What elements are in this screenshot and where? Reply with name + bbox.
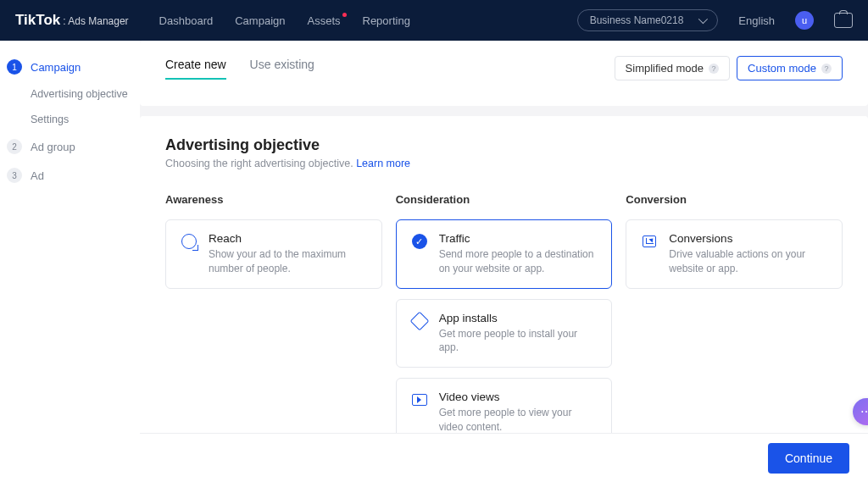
business-account-selector[interactable]: Business Name0218: [577, 9, 719, 31]
objective-reach[interactable]: Reach Show your ad to the maximum number…: [165, 219, 382, 289]
objective-columns: Awareness Reach Show your ad to the maxi…: [165, 193, 843, 447]
objective-subtitle: Choosing the right advertising objective…: [165, 158, 843, 169]
language-selector[interactable]: English: [738, 14, 775, 27]
mode-custom-label: Custom mode: [748, 62, 816, 75]
topbar: TikTok : Ads Manager Dashboard Campaign …: [0, 0, 868, 41]
info-icon: ?: [709, 64, 719, 74]
objective-desc: Show your ad to the maximum number of pe…: [209, 247, 368, 276]
main-content: Create new Use existing Simplified mode …: [140, 41, 868, 482]
objective-app-installs[interactable]: App installs Get more people to install …: [396, 299, 613, 368]
objective-body: Traffic Send more people to a destinatio…: [439, 232, 598, 276]
brand-logo: TikTok : Ads Manager: [15, 12, 129, 29]
objective-body: App installs Get more people to install …: [439, 312, 598, 356]
objective-desc: Drive valuable actions on your website o…: [669, 247, 828, 276]
objective-traffic[interactable]: ✓ Traffic Send more people to a destinat…: [396, 219, 613, 289]
campaign-source-tabs: Create new Use existing: [165, 58, 314, 80]
step-ad-group[interactable]: 2 Ad group: [0, 132, 140, 161]
objective-body: Video views Get more people to view your…: [439, 391, 598, 435]
objective-title: Reach: [209, 232, 368, 245]
substep-advertising-objective[interactable]: Advertising objective: [0, 81, 140, 107]
nav-campaign[interactable]: Campaign: [235, 14, 285, 27]
objective-body: Reach Show your ad to the maximum number…: [209, 232, 368, 276]
step-label: Ad: [31, 169, 44, 182]
campaign-source-card: Create new Use existing Simplified mode …: [140, 41, 868, 106]
mode-toggle: Simplified mode ? Custom mode ?: [615, 56, 843, 80]
reach-icon: [180, 232, 198, 251]
notification-dot-icon: [342, 13, 347, 17]
continue-button[interactable]: Continue: [768, 443, 849, 474]
objective-card: Advertising objective Choosing the right…: [140, 116, 868, 481]
objective-title: App installs: [439, 312, 598, 324]
objective-title: Conversions: [669, 232, 828, 245]
objective-body: Conversions Drive valuable actions on yo…: [669, 232, 828, 276]
substep-settings[interactable]: Settings: [0, 107, 140, 132]
brand-subtitle: : Ads Manager: [63, 15, 128, 27]
mode-custom-button[interactable]: Custom mode ?: [737, 56, 843, 80]
primary-nav: Dashboard Campaign Assets Reporting: [159, 14, 410, 27]
column-conversion: Conversion Conversions Drive valuable ac…: [626, 193, 843, 447]
inbox-icon[interactable]: [834, 13, 853, 28]
step-number: 1: [7, 59, 22, 75]
objective-desc: Send more people to a destination on you…: [439, 247, 598, 276]
chevron-down-icon: [698, 14, 708, 24]
step-number: 3: [7, 168, 22, 183]
nav-reporting[interactable]: Reporting: [363, 14, 410, 27]
column-awareness: Awareness Reach Show your ad to the maxi…: [165, 193, 382, 447]
column-consideration: Consideration ✓ Traffic Send more people…: [396, 193, 613, 447]
wizard-footer: Continue: [140, 433, 868, 482]
app-installs-icon: [410, 312, 429, 330]
learn-more-link[interactable]: Learn more: [356, 158, 410, 169]
objective-title: Traffic: [439, 232, 598, 245]
column-head-awareness: Awareness: [165, 193, 382, 206]
avatar-initial: u: [802, 15, 807, 25]
video-views-icon: [410, 391, 429, 409]
nav-dashboard[interactable]: Dashboard: [159, 14, 214, 27]
user-avatar[interactable]: u: [795, 11, 814, 30]
check-icon: ✓: [410, 232, 429, 251]
nav-assets[interactable]: Assets: [307, 14, 340, 27]
objective-subtitle-text: Choosing the right advertising objective…: [165, 158, 353, 169]
nav-assets-label: Assets: [307, 14, 340, 27]
column-head-consideration: Consideration: [396, 193, 613, 206]
step-label: Campaign: [31, 61, 81, 74]
wizard-sidebar: 1 Campaign Advertising objective Setting…: [0, 41, 140, 482]
objective-conversions[interactable]: Conversions Drive valuable actions on yo…: [626, 219, 843, 289]
step-ad[interactable]: 3 Ad: [0, 161, 140, 190]
objective-desc: Get more people to view your video conte…: [439, 406, 598, 435]
info-icon: ?: [821, 64, 832, 74]
objective-heading: Advertising objective: [165, 136, 843, 154]
step-campaign[interactable]: 1 Campaign: [0, 53, 140, 81]
step-label: Ad group: [31, 141, 75, 153]
column-head-conversion: Conversion: [626, 193, 843, 206]
tab-use-existing[interactable]: Use existing: [250, 58, 314, 80]
step-number: 2: [7, 139, 22, 154]
conversions-icon: [640, 232, 659, 251]
objective-title: Video views: [439, 391, 598, 403]
brand-name: TikTok: [15, 12, 60, 29]
mode-simplified-button[interactable]: Simplified mode ?: [615, 56, 731, 80]
mode-simplified-label: Simplified mode: [626, 62, 704, 75]
business-account-name: Business Name0218: [590, 14, 684, 26]
objective-desc: Get more people to install your app.: [439, 327, 598, 356]
tab-create-new[interactable]: Create new: [165, 58, 226, 80]
